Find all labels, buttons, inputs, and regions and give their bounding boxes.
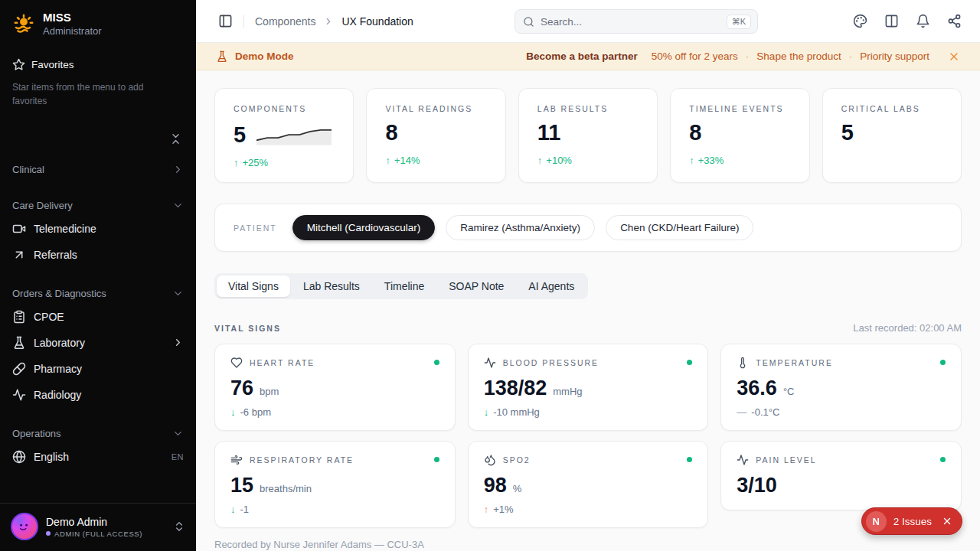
sidebar-item-referrals[interactable]: Referrals [0,242,196,268]
demo-mode-label-group: Demo Mode [216,51,294,63]
share-icon[interactable] [947,14,962,28]
section-label: Orders & Diagnostics [12,288,106,299]
patient-option-chen[interactable]: Chen (CKD/Heart Failure) [606,215,753,240]
sunrise-logo-icon [12,12,35,35]
item-label: Pharmacy [34,363,82,375]
sidebar-item-cpoe[interactable]: CPOE [0,304,196,330]
star-icon [12,58,25,71]
item-label: CPOE [34,311,64,323]
patient-option-mitchell[interactable]: Mitchell (Cardiovascular) [292,215,436,240]
favorites-header: Favorites [0,44,196,76]
top-bar: Components UX Foundation Search... ⌘K [196,0,980,43]
vital-trend: ↓-6 bpm [230,406,439,418]
nextjs-logo: N [866,511,887,532]
item-label: English [34,451,69,463]
beta-partner-link[interactable]: Become a beta partner [526,51,638,62]
vital-label: SPO2 [503,455,531,465]
vital-card-respiratory-rate: RESPIRATORY RATE 15breaths/min ↓-1 [214,441,456,528]
chevron-down-icon [172,200,184,211]
pill-icon [12,362,26,376]
stat-label: CRITICAL LABS [841,104,942,113]
app-name: MISS [43,11,102,25]
bell-icon[interactable] [916,14,930,28]
tab-lab-results[interactable]: Lab Results [292,276,371,297]
banner-close-button[interactable] [948,51,960,63]
user-menu[interactable]: Demo Admin ADMIN (FULL ACCESS) [0,504,196,551]
sidebar-item-telemedicine[interactable]: Telemedicine [0,216,196,242]
stat-card-critical-labs: CRITICAL LABS 5 [822,88,962,183]
vital-trend: ↓-1 [230,504,439,515]
activity-icon [12,388,26,402]
favorites-label: Favorites [31,59,74,70]
search-input[interactable]: Search... ⌘K [514,9,758,34]
stats-row: COMPONENTS 5 ↑+25% VITAL READINGS 8 ↑+14… [214,88,962,183]
sidebar-section-orders-diagnostics[interactable]: Orders & Diagnostics [0,280,196,304]
patient-option-ramirez[interactable]: Ramirez (Asthma/Anxiety) [446,215,595,240]
sidebar-item-pharmacy[interactable]: Pharmacy [0,356,196,382]
user-name: Demo Admin [46,515,142,529]
stat-value: 8 [385,121,397,145]
issues-count-label: 2 Issues [893,516,932,527]
vital-unit: breaths/min [260,483,312,494]
thermometer-icon [737,357,749,369]
vital-trend: ↓-10 mmHg [484,406,693,418]
heart-icon [230,357,243,369]
chevron-right-icon [172,337,184,348]
tab-vital-signs[interactable]: Vital Signs [217,276,290,297]
banner-perk-1: 50% off for 2 years [652,51,738,62]
flask-icon [12,336,26,350]
language-badge: EN [172,452,184,461]
palette-icon[interactable] [853,14,867,28]
close-icon [948,51,960,63]
columns-layout-icon[interactable] [884,14,899,28]
status-dot [434,360,439,365]
sidebar-section-clinical[interactable]: Clinical [0,156,196,180]
stat-value: 8 [689,121,701,145]
stat-card-vital-readings: VITAL READINGS 8 ↑+14% [366,88,505,183]
sidebar-section-care-delivery[interactable]: Care Delivery [0,192,196,216]
section-label: Clinical [12,164,44,175]
banner-perk-2: Shape the product [756,51,841,62]
breadcrumb-current: UX Foundation [341,15,413,28]
dev-issues-badge[interactable]: N 2 Issues [861,507,962,535]
clipboard-icon [12,310,26,324]
tab-timeline[interactable]: Timeline [373,276,436,297]
flask-icon [216,51,228,63]
demo-mode-label: Demo Mode [235,51,294,62]
chevron-down-icon [172,428,184,439]
sidebar-section-operations[interactable]: Operations [0,420,196,444]
vital-card-heart-rate: HEART RATE 76bpm ↓-6 bpm [214,344,456,431]
vitals-section-title: VITAL SIGNS [214,324,281,333]
user-role: ADMIN (FULL ACCESS) [46,530,142,538]
sidebar-item-laboratory[interactable]: Laboratory [0,330,196,356]
item-label: Referrals [34,249,77,261]
vital-trend: —-0.1°C [737,406,946,418]
sidebar-toggle-button[interactable] [214,11,236,32]
vital-label: HEART RATE [250,358,315,367]
collapse-sections-icon[interactable] [169,132,182,145]
page-content: COMPONENTS 5 ↑+25% VITAL READINGS 8 ↑+14… [196,70,980,551]
wind-icon [230,454,243,466]
search-placeholder: Search... [541,16,720,28]
stat-label: TIMELINE EVENTS [689,104,790,113]
vital-card-pain-level: PAIN LEVEL 3/10 [720,441,962,510]
main-area: Components UX Foundation Search... ⌘K De… [196,0,980,551]
chevron-right-icon [172,164,184,175]
tab-soap-note[interactable]: SOAP Note [437,276,515,297]
section-label: Care Delivery [12,200,73,211]
sidebar-item-language[interactable]: English EN [0,444,196,470]
section-label: Operations [12,428,61,439]
vital-label: BLOOD PRESSURE [503,358,599,367]
sidebar-item-radiology[interactable]: Radiology [0,382,196,408]
item-label: Laboratory [34,337,85,349]
breadcrumb-parent[interactable]: Components [255,15,315,28]
dismiss-issues-button[interactable] [942,516,952,527]
vital-label: TEMPERATURE [756,358,833,367]
tab-ai-agents[interactable]: AI Agents [517,276,586,297]
status-dot [940,360,946,365]
arrow-up-right-icon [12,248,26,262]
vital-label: PAIN LEVEL [756,455,816,465]
vital-value: 98 [484,474,507,497]
app-brand[interactable]: MISS Administrator [0,0,196,44]
vital-label: RESPIRATORY RATE [250,455,354,465]
